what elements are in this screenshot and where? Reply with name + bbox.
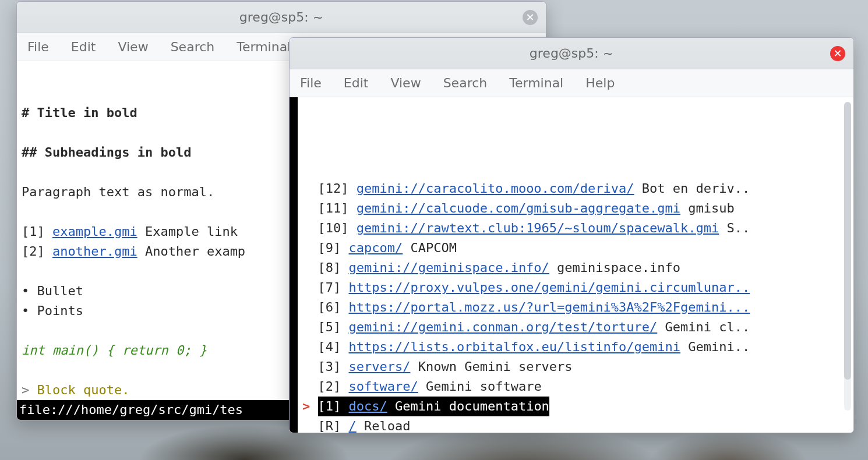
- selection-caret: >: [302, 399, 310, 413]
- link-text: Bot en deriv..: [634, 181, 750, 196]
- bullet-item: • Points: [22, 303, 83, 318]
- close-icon[interactable]: ✕: [523, 10, 538, 25]
- link-url[interactable]: /: [348, 419, 356, 433]
- scrollbar[interactable]: [844, 102, 851, 411]
- link-text: Gemini documentation: [387, 399, 549, 413]
- link-text: geminispace.info: [549, 260, 680, 275]
- link-text: Gemini cl..: [657, 320, 750, 334]
- menu-terminal[interactable]: Terminal: [509, 76, 563, 90]
- link-url[interactable]: software/: [348, 379, 418, 394]
- link-number: [9]: [318, 240, 349, 255]
- link-number: [7]: [318, 280, 349, 295]
- link-text: Reload: [357, 419, 411, 433]
- menu-search[interactable]: Search: [171, 40, 215, 54]
- block-quote: Block quote.: [37, 383, 130, 397]
- link-url[interactable]: gemini://geminispace.info/: [348, 260, 549, 275]
- selected-line[interactable]: [1] docs/ Gemini documentation: [318, 397, 549, 416]
- link-url[interactable]: https://lists.orbitalfox.eu/listinfo/gem…: [348, 339, 680, 354]
- link-url[interactable]: gemini://caracolito.mooo.com/deriva/: [357, 181, 634, 196]
- menu-view[interactable]: View: [118, 40, 148, 54]
- quote-marker: >: [22, 383, 37, 397]
- menu-view[interactable]: View: [390, 76, 421, 90]
- menu-edit[interactable]: Edit: [344, 76, 369, 90]
- link-text: Gemini..: [680, 339, 750, 354]
- terminal-content[interactable]: [12] gemini://caracolito.mooo.com/deriva…: [290, 97, 853, 433]
- menu-file[interactable]: File: [27, 40, 49, 54]
- link-url[interactable]: https://portal.mozz.us/?url=gemini%3A%2F…: [348, 300, 750, 314]
- link-url[interactable]: gemini://gemini.conman.org/test/torture/: [348, 320, 657, 334]
- link-number: [3]: [318, 359, 349, 374]
- close-icon[interactable]: ✕: [830, 46, 845, 61]
- link-number: [2]: [22, 244, 52, 259]
- link-number: [5]: [318, 320, 349, 334]
- menu-help[interactable]: Help: [585, 76, 615, 90]
- link-number: [1]: [318, 399, 349, 413]
- link-text: Known Gemini servers: [410, 359, 572, 374]
- bullet-item: • Bullet: [22, 284, 83, 298]
- link-text: S..: [719, 221, 750, 235]
- menu-terminal[interactable]: Terminal: [237, 40, 291, 54]
- link-number: [11]: [318, 201, 357, 215]
- link-number: [4]: [318, 339, 349, 354]
- window-title: greg@sp5: ~: [239, 10, 323, 24]
- link-number: [2]: [318, 379, 349, 394]
- link-url[interactable]: another.gmi: [52, 244, 137, 259]
- heading-1: # Title in bold: [22, 105, 137, 120]
- link-url[interactable]: gemini://calcuode.com/gmisub-aggregate.g…: [357, 201, 680, 215]
- link-url[interactable]: servers/: [348, 359, 410, 374]
- link-url[interactable]: example.gmi: [52, 224, 137, 239]
- link-number: [R]: [318, 419, 349, 433]
- link-text: Example link: [137, 224, 238, 239]
- titlebar[interactable]: greg@sp5: ~ ✕: [17, 2, 546, 33]
- link-url[interactable]: https://proxy.vulpes.one/gemini/gemini.c…: [348, 280, 750, 295]
- paragraph: Paragraph text as normal.: [22, 185, 214, 199]
- menu-edit[interactable]: Edit: [71, 40, 96, 54]
- menubar: File Edit View Search Terminal Help: [290, 69, 853, 97]
- heading-2: ## Subheadings in bold: [22, 145, 191, 160]
- link-number: [12]: [318, 181, 357, 196]
- link-number: [10]: [318, 221, 357, 235]
- titlebar[interactable]: greg@sp5: ~ ✕: [290, 38, 853, 69]
- link-url[interactable]: docs/: [348, 399, 387, 413]
- terminal-window-2: greg@sp5: ~ ✕ File Edit View Search Term…: [289, 37, 854, 433]
- link-text: CAPCOM: [403, 240, 457, 255]
- menu-file[interactable]: File: [300, 76, 322, 90]
- terminal-gutter: [290, 97, 298, 433]
- link-text: gmisub: [680, 201, 735, 215]
- status-text: file:///home/greg/src/gmi/tes: [19, 402, 243, 417]
- link-number: [8]: [318, 260, 349, 275]
- link-text: Another examp: [137, 244, 245, 259]
- window-title: greg@sp5: ~: [530, 46, 613, 61]
- link-number: [6]: [318, 300, 349, 314]
- link-url[interactable]: capcom/: [348, 240, 403, 255]
- scrollbar-thumb[interactable]: [844, 102, 851, 380]
- link-number: [1]: [22, 224, 52, 239]
- link-url[interactable]: gemini://rawtext.club:1965/~sloum/spacew…: [357, 221, 719, 235]
- menu-search[interactable]: Search: [443, 76, 488, 90]
- code-block: int main() { return 0; }: [22, 343, 207, 358]
- link-text: Gemini software: [418, 379, 542, 394]
